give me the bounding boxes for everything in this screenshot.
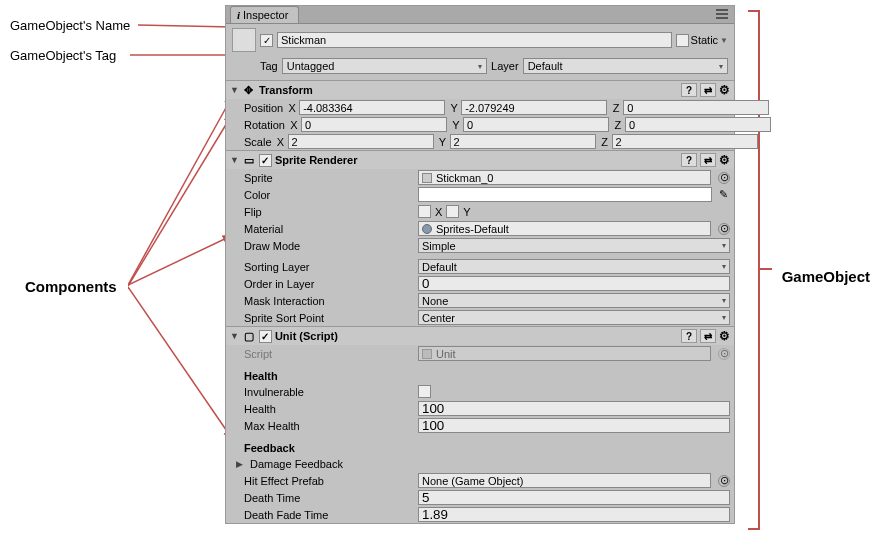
- tab-bar: i Inspector: [226, 6, 734, 24]
- layer-label: Layer: [491, 60, 519, 72]
- position-label: Position: [244, 102, 283, 114]
- maxhealth-label: Max Health: [244, 420, 414, 432]
- script-label: Script: [244, 348, 414, 360]
- mask-value: None: [422, 295, 448, 307]
- invulnerable-label: Invulnerable: [244, 386, 414, 398]
- transform-title: Transform: [259, 84, 313, 96]
- flip-x-label: X: [435, 206, 442, 218]
- script-field: Unit: [418, 346, 711, 361]
- static-label: Static: [691, 34, 719, 46]
- static-dropdown-icon[interactable]: ▼: [720, 36, 728, 45]
- gear-icon[interactable]: ⚙: [719, 153, 730, 167]
- svg-line-3: [128, 113, 233, 286]
- scl-x-input[interactable]: [288, 134, 434, 149]
- order-label: Order in Layer: [244, 278, 414, 290]
- static-toggle[interactable]: Static ▼: [676, 34, 728, 47]
- deathtime-input[interactable]: [418, 490, 730, 505]
- help-button[interactable]: ?: [681, 83, 697, 97]
- panel-menu-button[interactable]: [710, 7, 734, 23]
- flip-label: Flip: [244, 206, 414, 218]
- foldout-icon: ▼: [230, 85, 239, 95]
- script-value: Unit: [436, 348, 456, 360]
- sortinglayer-value: Default: [422, 261, 457, 273]
- script-thumb-icon: [422, 349, 432, 359]
- header-row: ✓ Static ▼: [226, 24, 734, 56]
- sprite-field[interactable]: Stickman_0: [418, 170, 711, 185]
- spriterenderer-header[interactable]: ▼ ▭ ✓ Sprite Renderer ? ⇄ ⚙: [226, 151, 734, 169]
- preset-button[interactable]: ⇄: [700, 83, 716, 97]
- maxhealth-input[interactable]: [418, 418, 730, 433]
- hamburger-icon: [716, 9, 728, 19]
- invulnerable-checkbox[interactable]: [418, 385, 431, 398]
- gameobject-icon[interactable]: [232, 28, 256, 52]
- drawmode-value: Simple: [422, 240, 456, 252]
- drawmode-label: Draw Mode: [244, 240, 414, 252]
- static-checkbox[interactable]: [676, 34, 689, 47]
- gear-icon[interactable]: ⚙: [719, 329, 730, 343]
- color-field[interactable]: [418, 187, 712, 202]
- sortpoint-dropdown[interactable]: Center▾: [418, 310, 730, 325]
- health-label: Health: [244, 403, 414, 415]
- gear-icon[interactable]: ⚙: [719, 83, 730, 97]
- sortinglayer-dropdown[interactable]: Default▾: [418, 259, 730, 274]
- pos-z-input[interactable]: [623, 100, 769, 115]
- tag-layer-row: Tag Untagged▾ Layer Default▾: [226, 56, 734, 80]
- material-value: Sprites-Default: [436, 223, 509, 235]
- color-label: Color: [244, 189, 414, 201]
- scl-z-input[interactable]: [612, 134, 758, 149]
- transform-header[interactable]: ▼ ✥ Transform ? ⇄ ⚙: [226, 81, 734, 99]
- pos-x-input[interactable]: [299, 100, 445, 115]
- scl-y-input[interactable]: [450, 134, 596, 149]
- component-transform: ▼ ✥ Transform ? ⇄ ⚙ Position X Y Z Rotat…: [226, 80, 734, 150]
- pos-y-input[interactable]: [461, 100, 607, 115]
- layer-value: Default: [528, 60, 563, 72]
- deathfade-input[interactable]: [418, 507, 730, 522]
- svg-line-2: [128, 95, 233, 285]
- mask-label: Mask Interaction: [244, 295, 414, 307]
- sortpoint-label: Sprite Sort Point: [244, 312, 414, 324]
- tab-inspector[interactable]: i Inspector: [230, 6, 299, 23]
- rot-x-input[interactable]: [301, 117, 447, 132]
- svg-line-4: [128, 235, 233, 285]
- tab-label: Inspector: [243, 9, 288, 21]
- order-input[interactable]: [418, 276, 730, 291]
- sortinglayer-label: Sorting Layer: [244, 261, 414, 273]
- object-picker-button[interactable]: ⊙: [718, 223, 730, 235]
- object-picker-button[interactable]: ⊙: [718, 172, 730, 184]
- flip-y-checkbox[interactable]: [446, 205, 459, 218]
- script-icon: ▢: [242, 329, 256, 343]
- mask-dropdown[interactable]: None▾: [418, 293, 730, 308]
- svg-line-5: [128, 287, 233, 440]
- damage-feedback-label: Damage Feedback: [250, 458, 343, 470]
- name-input[interactable]: [277, 32, 672, 48]
- foldout-icon: ▼: [230, 155, 239, 165]
- unit-header[interactable]: ▼ ▢ ✓ Unit (Script) ? ⇄ ⚙: [226, 327, 734, 345]
- object-picker-button[interactable]: ⊙: [718, 475, 730, 487]
- rot-y-input[interactable]: [463, 117, 609, 132]
- tag-value: Untagged: [287, 60, 335, 72]
- preset-button[interactable]: ⇄: [700, 329, 716, 343]
- sr-enabled-checkbox[interactable]: ✓: [259, 154, 272, 167]
- material-field[interactable]: Sprites-Default: [418, 221, 711, 236]
- drawmode-dropdown[interactable]: Simple▾: [418, 238, 730, 253]
- foldout-right-icon[interactable]: ▶: [236, 459, 243, 469]
- help-button[interactable]: ?: [681, 153, 697, 167]
- eyedropper-icon[interactable]: ✎: [716, 188, 730, 201]
- hitprefab-field[interactable]: None (Game Object): [418, 473, 711, 488]
- annotation-components: Components: [25, 278, 117, 295]
- hitprefab-label: Hit Effect Prefab: [244, 475, 414, 487]
- active-checkbox[interactable]: ✓: [260, 34, 273, 47]
- unit-enabled-checkbox[interactable]: ✓: [259, 330, 272, 343]
- flip-x-checkbox[interactable]: [418, 205, 431, 218]
- help-button[interactable]: ?: [681, 329, 697, 343]
- health-input[interactable]: [418, 401, 730, 416]
- tag-dropdown[interactable]: Untagged▾: [282, 58, 487, 74]
- rot-z-input[interactable]: [625, 117, 771, 132]
- sprite-label: Sprite: [244, 172, 414, 184]
- scale-label: Scale: [244, 136, 272, 148]
- layer-dropdown[interactable]: Default▾: [523, 58, 728, 74]
- deathfade-label: Death Fade Time: [244, 509, 414, 521]
- sprite-renderer-icon: ▭: [242, 153, 256, 167]
- preset-button[interactable]: ⇄: [700, 153, 716, 167]
- position-row: Position X Y Z: [226, 99, 734, 116]
